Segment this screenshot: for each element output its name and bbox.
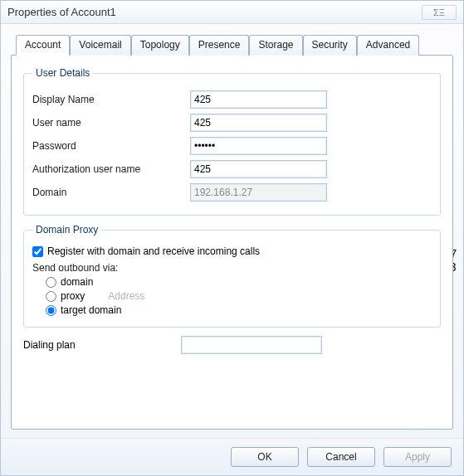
register-checkbox[interactable] <box>32 246 43 257</box>
tab-presence[interactable]: Presence <box>189 35 250 56</box>
proxy-address-placeholder: Address <box>108 290 144 302</box>
domain-field[interactable] <box>190 183 327 202</box>
ok-button[interactable]: OK <box>231 447 299 467</box>
tab-strip: Account Voicemail Topology Presence Stor… <box>11 34 453 55</box>
dialing-plan-field[interactable] <box>181 336 322 354</box>
tab-voicemail[interactable]: Voicemail <box>70 35 130 56</box>
tab-advanced[interactable]: Advanced <box>357 35 419 56</box>
radio-row-target: target domain <box>46 304 432 316</box>
client-area: Account Voicemail Topology Presence Stor… <box>1 24 463 438</box>
radio-target[interactable] <box>46 305 56 316</box>
user-details-legend: User Details <box>32 67 93 79</box>
tab-topology[interactable]: Topology <box>131 35 189 56</box>
radio-domain-label: domain <box>61 276 93 288</box>
radio-domain[interactable] <box>46 277 56 288</box>
send-outbound-label: Send outbound via: <box>32 262 432 274</box>
label-display-name: Display Name <box>32 94 190 105</box>
label-domain: Domain <box>32 187 190 198</box>
cancel-button[interactable]: Cancel <box>307 447 375 467</box>
domain-proxy-group: Domain Proxy Register with domain and re… <box>23 224 441 328</box>
radio-proxy[interactable] <box>46 291 56 302</box>
tab-account[interactable]: Account <box>16 35 70 56</box>
tab-panel-account: User Details Display Name User name Pass… <box>11 55 453 430</box>
register-label: Register with domain and receive incomin… <box>47 245 260 257</box>
row-auth-user: Authorization user name <box>32 160 432 178</box>
password-field[interactable] <box>190 137 327 155</box>
display-name-field[interactable] <box>190 90 327 109</box>
user-details-group: User Details Display Name User name Pass… <box>23 67 441 216</box>
label-password: Password <box>32 140 190 152</box>
radio-proxy-label: proxy <box>61 290 85 302</box>
domain-proxy-legend: Domain Proxy <box>32 224 101 236</box>
row-dialing-plan: Dialing plan <box>23 336 441 354</box>
tab-storage[interactable]: Storage <box>249 35 302 56</box>
row-register: Register with domain and receive incomin… <box>32 245 432 257</box>
radio-row-domain: domain <box>46 276 432 288</box>
apply-button[interactable]: Apply <box>383 447 452 467</box>
window-title: Properties of Account1 <box>7 6 422 18</box>
tab-security[interactable]: Security <box>303 35 357 56</box>
titlebar: Properties of Account1 ΣΞ <box>1 1 463 24</box>
row-display-name: Display Name <box>32 90 432 109</box>
properties-dialog: Properties of Account1 ΣΞ Account Voicem… <box>0 0 464 476</box>
close-icon[interactable]: ΣΞ <box>422 5 457 20</box>
row-domain: Domain <box>32 183 432 202</box>
user-name-field[interactable] <box>190 114 327 132</box>
radio-target-label: target domain <box>61 304 121 316</box>
radio-row-proxy: proxy Address <box>46 290 432 302</box>
label-auth-user: Authorization user name <box>32 163 190 175</box>
label-dialing-plan: Dialing plan <box>23 339 181 351</box>
auth-user-field[interactable] <box>190 160 327 178</box>
row-user-name: User name <box>32 114 432 132</box>
dialog-buttons: OK Cancel Apply <box>1 438 463 475</box>
row-password: Password <box>32 137 432 155</box>
outbound-radios: domain proxy Address target domain <box>46 276 432 316</box>
label-user-name: User name <box>32 117 190 129</box>
